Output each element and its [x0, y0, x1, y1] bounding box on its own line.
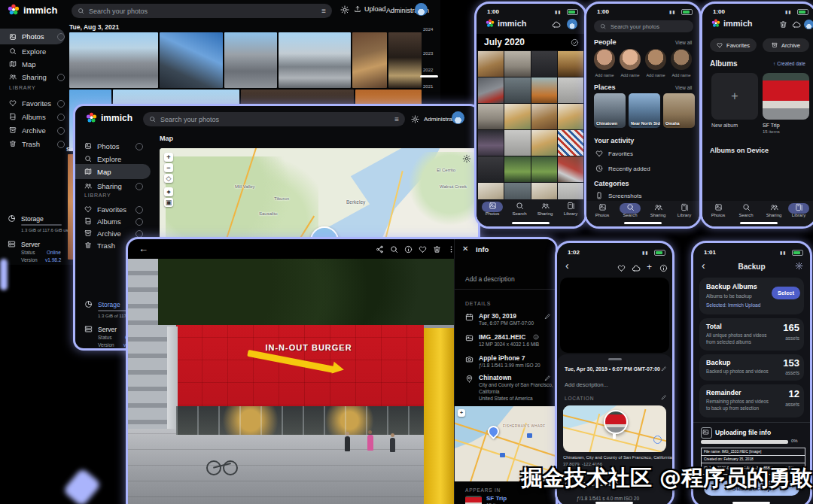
search-input[interactable]: Search your photos: [594, 20, 693, 32]
home-indicator[interactable]: [740, 222, 778, 224]
place-card[interactable]: Chinatown: [594, 93, 626, 128]
upload-button[interactable]: Upload: [354, 5, 386, 13]
photo-thumbnail[interactable]: [478, 51, 504, 77]
add-to-album-plus-icon[interactable]: +: [647, 262, 652, 272]
user-avatar[interactable]: [804, 20, 813, 29]
person-avatar[interactable]: [645, 49, 666, 70]
photo-thumbnail[interactable]: [531, 156, 557, 182]
person-name[interactable]: Add name: [645, 73, 666, 77]
edit-date-pencil-icon[interactable]: [661, 366, 667, 372]
photo-thumbnail[interactable]: [478, 156, 504, 182]
photo-thumbnail[interactable]: [478, 130, 504, 156]
map-zoom-control[interactable]: +: [458, 409, 465, 417]
photo-thumbnail[interactable]: [352, 32, 387, 88]
home-indicator[interactable]: [512, 222, 550, 224]
description-input[interactable]: Add a description: [465, 275, 515, 283]
photo-thumbnail[interactable]: [478, 104, 504, 129]
sidebar-item-archive[interactable]: Archive: [0, 123, 65, 137]
sidebar-item-explore[interactable]: Explore: [0, 44, 65, 58]
info-icon[interactable]: [404, 245, 413, 254]
nav-item-search[interactable]: Search: [617, 203, 643, 217]
settings-gear-icon[interactable]: [795, 262, 803, 270]
category-item-screenshots[interactable]: Screenshots: [595, 192, 641, 199]
search-input[interactable]: Search your photos ≡: [143, 112, 405, 126]
description-input[interactable]: Add description...: [565, 381, 608, 388]
person-name[interactable]: Add name: [671, 73, 692, 77]
select-all-check-icon[interactable]: [571, 38, 579, 47]
place-card[interactable]: Omaha: [663, 93, 695, 128]
sheet-drag-handle[interactable]: [608, 358, 622, 360]
trash-icon[interactable]: [433, 245, 441, 254]
theme-toggle-sun-icon[interactable]: [411, 115, 419, 123]
nav-item-photos[interactable]: Photos: [705, 203, 731, 217]
filter-icon[interactable]: ≡: [394, 115, 399, 123]
place-card[interactable]: Near North Side: [629, 93, 660, 128]
photo-thumbnail[interactable]: [160, 32, 223, 88]
person-name[interactable]: Add name: [594, 73, 615, 77]
fullscreen-button[interactable]: ▣: [164, 198, 173, 207]
photo-thumbnail[interactable]: [558, 77, 583, 103]
theme-toggle-sun-icon[interactable]: [340, 5, 349, 14]
zoom-icon[interactable]: [390, 245, 398, 254]
photo-thumbnail[interactable]: [504, 51, 530, 77]
photo-thumbnail[interactable]: [531, 77, 557, 103]
share-icon[interactable]: [376, 245, 384, 254]
nav-item-photos[interactable]: Photos: [589, 203, 615, 217]
album-link[interactable]: SF Trip: [486, 495, 507, 502]
photo-thumbnail[interactable]: [531, 130, 557, 156]
sidebar-item-photos[interactable]: Photos: [0, 29, 65, 44]
nav-item-photos[interactable]: Photos: [480, 202, 505, 216]
view-all-link[interactable]: View all: [675, 85, 692, 90]
photo-thumbnail[interactable]: [504, 156, 530, 182]
close-icon[interactable]: ✕: [462, 244, 468, 253]
nav-item-sharing[interactable]: Sharing: [532, 202, 558, 216]
nav-item-search[interactable]: Search: [507, 202, 532, 216]
cloud-sync-icon[interactable]: [792, 20, 801, 29]
nav-item-library[interactable]: Library: [786, 203, 811, 217]
sidebar-item-photos[interactable]: Photos: [75, 139, 143, 153]
location-map-card[interactable]: [563, 405, 666, 452]
person-avatar[interactable]: [594, 49, 615, 70]
photo-viewer[interactable]: IN-N-OUT BURGER: [128, 259, 454, 504]
user-avatar[interactable]: [452, 111, 464, 124]
archive-pill-button[interactable]: Archive: [763, 38, 809, 52]
nav-item-search[interactable]: Search: [733, 203, 759, 217]
map-photo-pin-marker[interactable]: [604, 410, 628, 434]
zoom-out-button[interactable]: −: [164, 163, 173, 172]
photo-thumbnail[interactable]: [558, 51, 583, 77]
home-indicator[interactable]: [624, 222, 662, 224]
nav-item-library[interactable]: Library: [558, 202, 583, 216]
photo-thumbnail[interactable]: [558, 130, 583, 156]
sidebar-item-map[interactable]: Map: [75, 164, 151, 179]
photo-thumbnail[interactable]: [504, 104, 530, 129]
compass-button[interactable]: ◇: [164, 174, 173, 183]
photo-thumbnail[interactable]: [69, 32, 158, 88]
favorite-heart-icon[interactable]: [617, 264, 626, 272]
edit-location-pencil-icon[interactable]: [544, 375, 551, 381]
search-input[interactable]: Search your photos ≡: [72, 4, 332, 18]
favorite-heart-icon[interactable]: [419, 245, 427, 254]
photo-thumbnail[interactable]: [388, 32, 422, 88]
sort-created-date-button[interactable]: ↑ Created date: [773, 61, 805, 66]
zoom-in-button[interactable]: +: [164, 153, 173, 162]
sidebar-item-map[interactable]: Map: [0, 57, 65, 71]
filter-icon[interactable]: ≡: [321, 7, 326, 15]
photo-thumbnail[interactable]: [558, 104, 583, 129]
map-settings-gear-icon[interactable]: [462, 154, 471, 163]
photo-viewer[interactable]: [560, 278, 669, 353]
select-button[interactable]: Select: [772, 287, 800, 299]
edit-location-pencil-icon[interactable]: [661, 394, 667, 400]
file-info-icon[interactable]: [533, 334, 539, 340]
person-name[interactable]: Add name: [620, 73, 641, 77]
photo-thumbnail[interactable]: [224, 32, 277, 88]
person-avatar[interactable]: [671, 49, 692, 70]
map-controls[interactable]: + − ◇ ⌖ ▣: [164, 153, 173, 208]
nav-item-sharing[interactable]: Sharing: [761, 203, 787, 217]
back-arrow-icon[interactable]: ←: [139, 243, 148, 254]
cloud-upload-icon[interactable]: [632, 264, 641, 273]
user-avatar[interactable]: [415, 3, 428, 16]
info-icon[interactable]: [659, 264, 668, 272]
photo-thumbnail[interactable]: [531, 104, 557, 129]
album-card-sf-trip[interactable]: [763, 73, 809, 120]
user-avatar[interactable]: [567, 19, 577, 29]
